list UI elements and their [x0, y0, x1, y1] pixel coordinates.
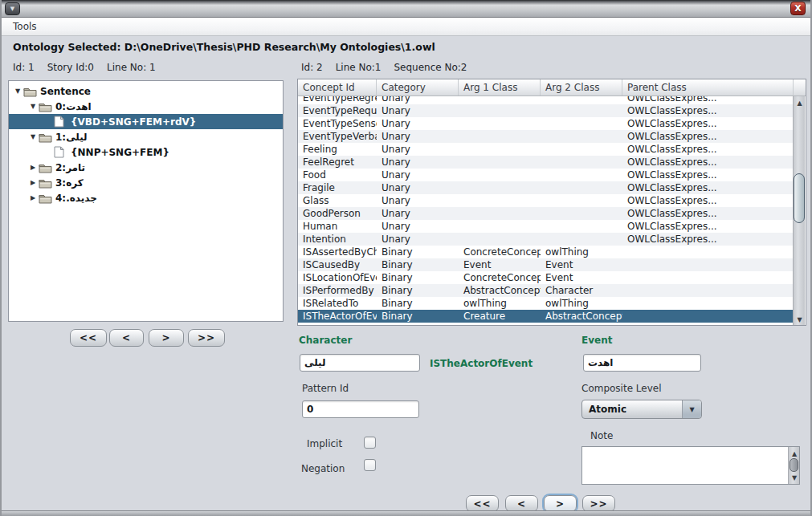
- event-input[interactable]: [583, 354, 701, 372]
- table-row[interactable]: EventTypeRegretUnaryOWLClassExpres...: [298, 96, 794, 104]
- table-row[interactable]: FeelingUnaryOWLClassExpres...: [298, 143, 794, 156]
- pattern-id-label: Pattern Id: [302, 383, 349, 394]
- table-header: Concept Id Category Arg 1 Class Arg 2 Cl…: [298, 79, 806, 96]
- table-cell: [541, 194, 622, 207]
- negation-checkbox[interactable]: [364, 459, 376, 471]
- tree-item[interactable]: ▶جديده.:4: [9, 190, 283, 205]
- column-header-arg2-class[interactable]: Arg 2 Class: [541, 79, 622, 95]
- record-next-button[interactable]: >: [544, 495, 577, 512]
- table-cell: AbstractConcept: [541, 310, 622, 323]
- table-row[interactable]: FoodUnaryOWLClassExpres...: [298, 169, 794, 181]
- composite-level-select[interactable]: Atomic ▼: [581, 400, 702, 419]
- scroll-up-icon[interactable]: ▲: [789, 448, 800, 459]
- table-row[interactable]: HumanUnaryOWLClassExpres...: [298, 220, 794, 233]
- table-row[interactable]: ISCausedByBinaryEventEvent: [298, 258, 794, 271]
- table-cell: [459, 220, 541, 233]
- table-row[interactable]: EventTypeRequest...UnaryOWLClassExpres..…: [298, 104, 794, 117]
- close-button[interactable]: X: [790, 2, 806, 15]
- file-icon: [54, 116, 68, 128]
- chevron-down-icon[interactable]: ▼: [27, 103, 39, 110]
- column-header-parent-class[interactable]: Parent Class: [622, 79, 794, 95]
- tree-item[interactable]: {VBD+SNG+FEM+rdV}: [9, 114, 283, 129]
- table-cell: Binary: [377, 284, 459, 297]
- window-menu-button[interactable]: ▼: [5, 2, 20, 15]
- table-cell: Unary: [377, 233, 459, 246]
- scrollbar-thumb[interactable]: [794, 173, 805, 223]
- table-row[interactable]: ISAssertedByChar...BinaryConcreteConcept…: [298, 246, 794, 258]
- title-bar[interactable]: ▼ X: [2, 0, 810, 18]
- tree-next-button[interactable]: >: [149, 329, 184, 347]
- tree-item[interactable]: ▼ليلى:1: [9, 129, 283, 144]
- tree-first-button[interactable]: <<: [70, 329, 107, 347]
- folder-icon: [39, 162, 53, 173]
- chevron-down-icon[interactable]: ▼: [682, 400, 701, 418]
- chevron-down-icon[interactable]: ▼: [27, 133, 39, 140]
- table-cell: [459, 169, 541, 181]
- table-cell: OWLClassExpres...: [622, 181, 794, 194]
- tree-item[interactable]: {NNP+SNG+FEM}: [9, 144, 283, 160]
- folder-icon: [39, 132, 53, 143]
- chevron-right-icon[interactable]: ▶: [27, 164, 39, 171]
- table-cell: ISAssertedByChar...: [298, 246, 377, 258]
- table-row[interactable]: GoodPersonUnaryOWLClassExpres...: [298, 207, 794, 220]
- table-row[interactable]: FeelRegretUnaryOWLClassExpres...: [298, 156, 794, 169]
- pattern-id-input[interactable]: [302, 400, 419, 418]
- table-cell: Unary: [377, 117, 459, 130]
- note-textarea[interactable]: ▲ ▼: [581, 446, 800, 485]
- tree-item[interactable]: ▶كره:3: [9, 175, 283, 190]
- record-last-button[interactable]: >>: [582, 495, 615, 512]
- table-cell: [541, 156, 622, 169]
- table-cell: [459, 181, 541, 194]
- chevron-right-icon[interactable]: ▶: [27, 194, 39, 201]
- character-label: Character: [299, 335, 352, 346]
- tree-previous-button[interactable]: <: [109, 329, 144, 347]
- column-header-category[interactable]: Category: [377, 79, 459, 95]
- table-cell: Character: [541, 284, 622, 297]
- story-id-field: Id: 1: [13, 62, 35, 73]
- table-cell: [459, 233, 541, 246]
- chevron-right-icon[interactable]: ▶: [27, 179, 39, 186]
- table-cell: Binary: [377, 310, 459, 323]
- table-vertical-scrollbar[interactable]: ▲ ▼: [793, 96, 805, 326]
- table-row[interactable]: ISPerformedByBinaryAbstractConceptCharac…: [298, 284, 794, 297]
- table-cell: Creature: [459, 310, 541, 323]
- implicit-checkbox[interactable]: [364, 437, 376, 449]
- scroll-up-icon[interactable]: ▲: [794, 97, 806, 108]
- menu-item-tools[interactable]: Tools: [13, 21, 37, 32]
- table-row[interactable]: IntentionUnaryOWLClassExpres...: [298, 233, 794, 246]
- table-row[interactable]: EventTypeVerbalUnaryOWLClassExpres...: [298, 130, 794, 143]
- note-vertical-scrollbar[interactable]: ▲ ▼: [788, 447, 799, 484]
- record-previous-button[interactable]: <: [505, 495, 538, 512]
- chevron-down-icon[interactable]: ▼: [12, 87, 23, 95]
- table-cell: [459, 143, 541, 156]
- table-row[interactable]: EventTypeSensoryUnaryOWLClassExpres...: [298, 117, 794, 130]
- table-row[interactable]: FragileUnaryOWLClassExpres...: [298, 181, 794, 194]
- table-row[interactable]: ISLocationOfEventBinaryConcreteConceptEv…: [298, 271, 794, 284]
- table-cell: [541, 207, 622, 220]
- negation-label: Negation: [301, 463, 345, 474]
- record-first-button[interactable]: <<: [466, 495, 499, 512]
- scroll-down-icon[interactable]: ▼: [794, 314, 806, 325]
- tree-item[interactable]: ▼Sentence: [9, 83, 283, 99]
- table-cell: OWLClassExpres...: [622, 104, 794, 117]
- column-header-arg1-class[interactable]: Arg 1 Class: [459, 79, 541, 95]
- scroll-down-icon[interactable]: ▼: [789, 472, 800, 483]
- table-cell: FeelRegret: [298, 156, 377, 169]
- tree-item[interactable]: ▼اهدت:0: [9, 99, 283, 114]
- table-cell: ISPerformedBy: [298, 284, 377, 297]
- tree-last-button[interactable]: >>: [188, 329, 225, 347]
- application-window: ▼ X Tools Ontology Selected: D:\OneDrive…: [0, 0, 812, 516]
- table-cell: OWLClassExpres...: [622, 156, 794, 169]
- character-input[interactable]: [300, 354, 420, 372]
- table-row[interactable]: GlassUnaryOWLClassExpres...: [298, 194, 794, 207]
- table-row[interactable]: ISTheActorOfEventBinaryCreatureAbstractC…: [298, 310, 794, 323]
- table-cell: [622, 310, 794, 323]
- table-cell: [541, 104, 622, 117]
- table-cell: [459, 96, 541, 104]
- chevron-down-icon: ▼: [10, 6, 14, 12]
- menu-bar: Tools: [2, 18, 810, 36]
- tree-item[interactable]: ▶تامر:2: [9, 160, 283, 175]
- scrollbar-thumb[interactable]: [790, 458, 798, 472]
- column-header-concept-id[interactable]: Concept Id: [298, 79, 377, 95]
- table-row[interactable]: ISRelatedToBinaryowlThingowlThing: [298, 297, 794, 310]
